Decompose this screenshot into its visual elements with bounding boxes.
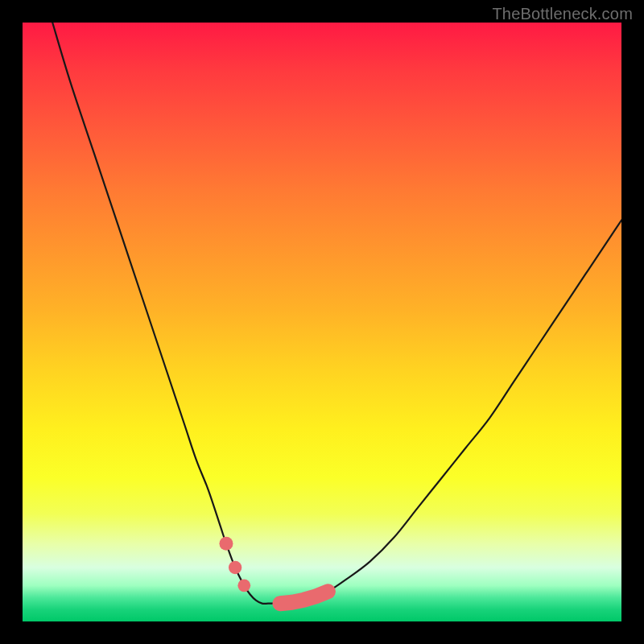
bottleneck-curve [52,23,621,604]
marker-dot [237,579,250,592]
marker-dot [229,561,242,574]
curve-layer [23,23,621,621]
marker-dot [219,537,233,551]
plot-area [23,23,621,621]
watermark-text: TheBottleneck.com [492,5,633,23]
highlight-markers [219,537,328,604]
chart-frame: TheBottleneck.com [0,0,644,644]
marker-segment [280,592,328,604]
